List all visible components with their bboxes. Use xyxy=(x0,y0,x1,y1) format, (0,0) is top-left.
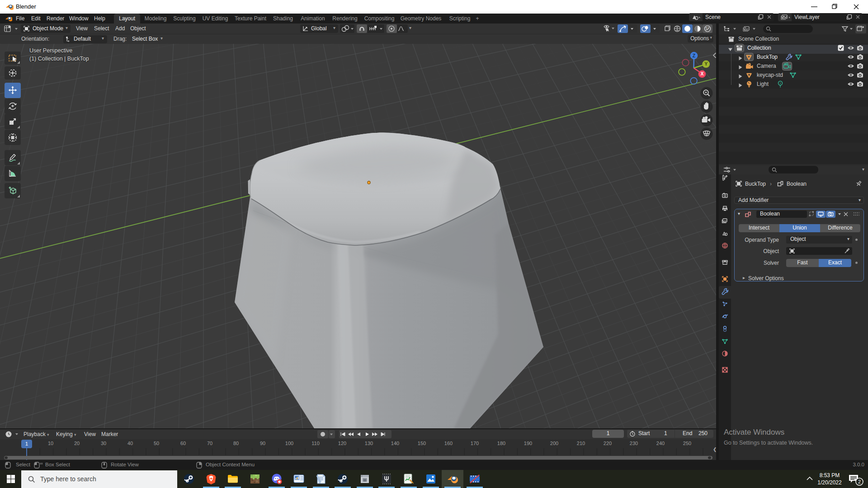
svg-text:Z: Z xyxy=(693,53,696,58)
svg-text:X: X xyxy=(700,71,703,76)
svg-text:2: 2 xyxy=(858,479,861,484)
svg-text:Y: Y xyxy=(704,61,708,66)
